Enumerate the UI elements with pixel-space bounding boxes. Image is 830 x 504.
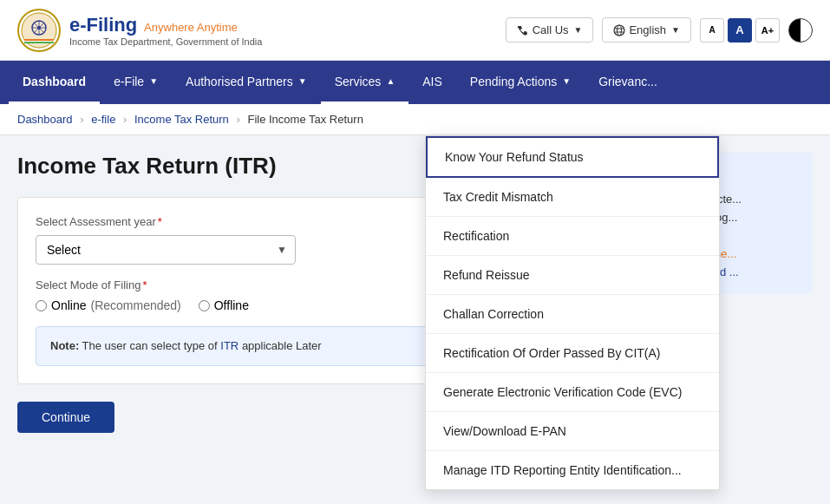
dropdown-item-rectification[interactable]: Rectification [426,217,719,256]
contrast-toggle-button[interactable] [788,18,813,43]
font-size-controls: A A A+ [700,18,780,43]
nav-bar: Dashboard e-File ▼ Authorised Partners ▼… [0,61,830,104]
dropdown-item-challan-correction[interactable]: Challan Correction [426,295,719,334]
offline-radio-option[interactable]: Offline [199,298,249,312]
font-small-button[interactable]: A [700,18,724,43]
offline-radio-input[interactable] [199,300,210,311]
pending-actions-caret-icon: ▼ [562,76,571,86]
top-bar: e-Filing Anywhere Anytime Income Tax Dep… [0,0,830,61]
page-wrapper: Income Tax Return (ITR) Select Assessmen… [0,135,830,450]
font-medium-button[interactable]: A [728,18,752,43]
nav-item-grievance[interactable]: Grievanc... [585,61,671,104]
dropdown-item-epan[interactable]: View/Download E-PAN [426,412,719,451]
top-right-controls: Call Us ▼ English ▼ A A A+ [506,17,813,43]
dropdown-item-rectification-cit[interactable]: Rectification Of Order Passed By CIT(A) [426,334,719,373]
svg-rect-11 [24,41,54,42]
phone-icon [517,24,529,36]
language-button[interactable]: English ▼ [602,17,691,43]
online-radio-option[interactable]: Online (Recommended) [36,298,181,312]
logo-efiling: e-Filing Anywhere Anytime [69,14,262,36]
logo-subtitle: Income Tax Department, Government of Ind… [69,36,262,47]
online-radio-input[interactable] [36,300,47,311]
note-label: Note: [50,339,79,352]
logo-area: e-Filing Anywhere Anytime Income Tax Dep… [17,9,262,52]
breadcrumb-itr[interactable]: Income Tax Return [134,113,229,126]
nav-item-services[interactable]: Services ▲ [321,61,409,104]
nav-item-pending-actions[interactable]: Pending Actions ▼ [456,61,585,104]
main-content: Income Tax Return (ITR) Select Assessmen… [0,135,830,450]
assessment-year-select-wrapper: Select 2024-25 2023-24 2022-23 ▼ [36,235,296,265]
logo-text-block: e-Filing Anywhere Anytime Income Tax Dep… [69,14,262,47]
nav-item-ais[interactable]: AIS [408,61,456,104]
language-caret: ▼ [671,25,680,35]
dropdown-item-manage-itd[interactable]: Manage ITD Reporting Entity Identificati… [426,451,719,489]
svg-rect-9 [24,42,54,43]
svg-point-13 [618,25,622,36]
nav-item-dashboard[interactable]: Dashboard [9,61,100,104]
continue-button[interactable]: Continue [17,402,114,433]
dropdown-item-evc[interactable]: Generate Electronic Verification Code (E… [426,373,719,412]
itr-link[interactable]: ITR [220,339,239,352]
call-us-caret: ▼ [574,25,583,35]
services-caret-icon: ▲ [386,76,395,86]
font-large-button[interactable]: A+ [755,18,780,43]
breadcrumb-file-itr: File Income Tax Return [247,113,363,126]
dropdown-item-tax-credit[interactable]: Tax Credit Mismatch [426,178,719,217]
dropdown-item-refund-status[interactable]: Know Your Refund Status [426,136,719,178]
nav-item-authorised-partners[interactable]: Authorised Partners ▼ [172,61,321,104]
authorised-partners-caret-icon: ▼ [298,76,307,86]
dropdown-item-refund-reissue[interactable]: Refund Reissue [426,256,719,295]
call-us-button[interactable]: Call Us ▼ [506,17,594,43]
assessment-year-select[interactable]: Select 2024-25 2023-24 2022-23 [36,235,296,265]
breadcrumb-efile[interactable]: e-file [91,113,115,126]
efile-caret-icon: ▼ [149,76,158,86]
breadcrumb-dashboard[interactable]: Dashboard [17,113,73,126]
svg-point-12 [614,25,624,36]
svg-rect-10 [24,39,54,41]
globe-icon [613,24,625,36]
nav-item-efile[interactable]: e-File ▼ [100,61,172,104]
emblem-icon [17,9,61,52]
services-dropdown: Know Your Refund Status Tax Credit Misma… [425,135,720,490]
breadcrumb: Dashboard › e-file › Income Tax Return ›… [0,104,830,135]
